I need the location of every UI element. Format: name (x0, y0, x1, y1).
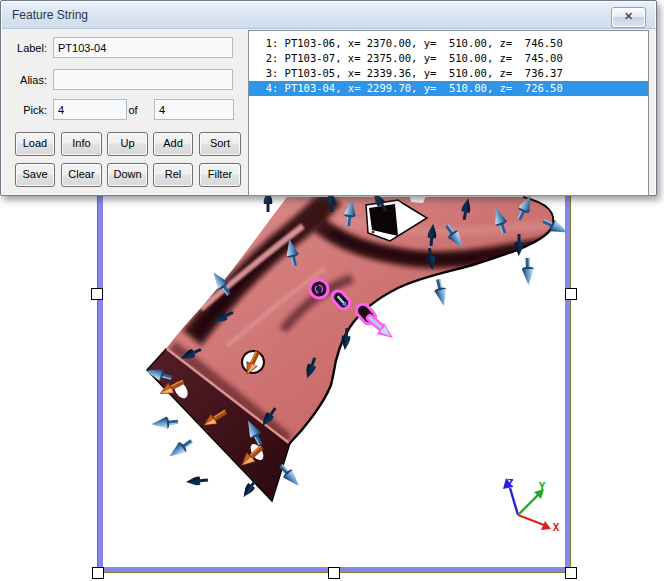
save-button[interactable]: Save (15, 163, 55, 187)
close-icon: ✕ (624, 10, 633, 22)
list-item[interactable]: 1: PT103-06, x= 2370.00, y= 510.00, z= 7… (249, 36, 648, 51)
resize-handle-left[interactable] (91, 288, 103, 300)
resize-handle-right[interactable] (565, 288, 577, 300)
axis-triad: Z Y X (503, 477, 560, 534)
down-button[interactable]: Down (107, 163, 148, 187)
alias-field[interactable] (53, 69, 233, 90)
axis-x-label: X (553, 521, 560, 534)
load-button[interactable]: Load (15, 132, 55, 156)
list-item[interactable]: 2: PT103-07, x= 2375.00, y= 510.00, z= 7… (249, 51, 648, 66)
axis-z-label: Z (507, 477, 514, 490)
pick-caption: Pick: (7, 104, 47, 116)
title-bar[interactable]: Feature String ✕ (2, 2, 655, 29)
alias-caption: Alias: (7, 74, 47, 86)
close-button[interactable]: ✕ (611, 7, 646, 28)
pick-of-label: of (119, 104, 147, 116)
resize-handle-bottom-right[interactable] (565, 567, 577, 579)
label-field[interactable] (53, 37, 233, 58)
feature-arrow (370, 318, 393, 338)
up-button[interactable]: Up (107, 132, 148, 156)
rel-button[interactable]: Rel (153, 163, 193, 187)
info-button[interactable]: Info (61, 132, 102, 156)
sort-button[interactable]: Sort (199, 132, 241, 156)
label-caption: Label: (7, 42, 47, 54)
filter-button[interactable]: Filter (199, 163, 241, 187)
pick-index-field[interactable] (53, 99, 127, 120)
pick-total-field[interactable] (154, 99, 234, 120)
list-item[interactable]: 3: PT103-05, x= 2339.36, y= 510.00, z= 7… (249, 66, 648, 81)
clear-button[interactable]: Clear (61, 163, 102, 187)
list-item[interactable]: 4: PT103-04, x= 2299.70, y= 510.00, z= 7… (249, 81, 648, 96)
point-listbox[interactable]: 1: PT103-06, x= 2370.00, y= 510.00, z= 7… (248, 30, 649, 196)
resize-handle-bottom-left[interactable] (92, 567, 104, 579)
feature-string-dialog: Feature String ✕ Label: Alias: Pick: of … (0, 0, 657, 196)
dialog-title: Feature String (12, 2, 88, 28)
add-button[interactable]: Add (153, 132, 193, 156)
screen: { "window": { "title": "Feature String",… (0, 0, 664, 581)
resize-handle-bottom[interactable] (328, 567, 340, 579)
axis-y-label: Y (539, 480, 546, 493)
